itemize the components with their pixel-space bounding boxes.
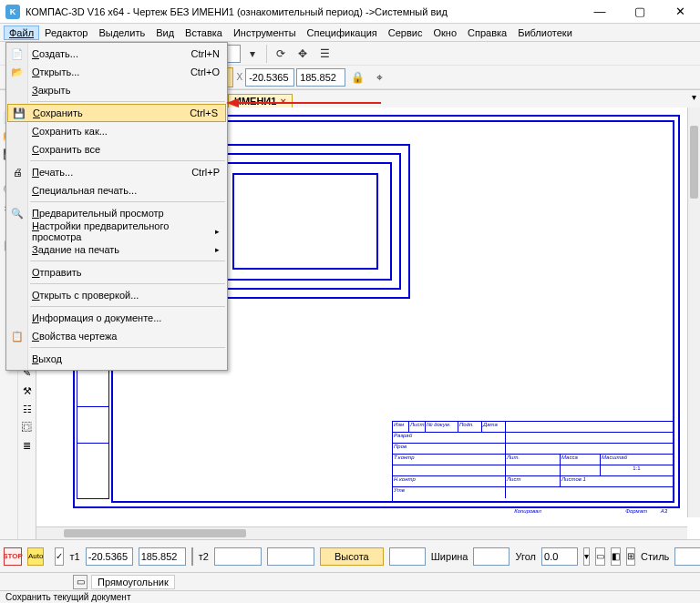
titlebar: K КОМПАС-3D V16 x64 - Чертеж БЕЗ ИМЕНИ1 … bbox=[0, 0, 700, 24]
stop-button[interactable]: STOP bbox=[4, 547, 22, 566]
t2-toggle[interactable] bbox=[191, 547, 193, 566]
status-text: Сохранить текущий документ bbox=[5, 592, 130, 602]
vertical-scrollbar[interactable] bbox=[687, 107, 700, 517]
property-bar: STOP Auto ✓ т1 т2 Ширина Угол ▾ ▭ ◧ ⊞ Ст… bbox=[0, 539, 700, 572]
menu-tools[interactable]: Инструменты bbox=[228, 26, 302, 40]
tree-icon[interactable]: ☰ bbox=[314, 44, 335, 64]
menu-item-icon: 🖨 bbox=[10, 165, 25, 179]
dropdown-icon[interactable]: ▾ bbox=[242, 44, 262, 64]
minimize-button[interactable]: — bbox=[580, 0, 620, 24]
window-title: КОМПАС-3D V16 x64 - Чертеж БЕЗ ИМЕНИ1 (о… bbox=[26, 6, 580, 17]
menu-help[interactable]: Справка bbox=[462, 26, 512, 40]
views-tool-icon[interactable]: ⿴ bbox=[19, 419, 36, 435]
menu-item-shortcut: Ctrl+N bbox=[191, 48, 220, 59]
stamp-copy-label: Копировал bbox=[514, 508, 541, 514]
menu-select[interactable]: Выделить bbox=[93, 26, 150, 40]
submenu-arrow-icon: ▸ bbox=[215, 245, 220, 254]
menu-item-icon: 💾 bbox=[12, 106, 26, 120]
menu-item-label: Настройки предварительного просмотра bbox=[32, 220, 215, 242]
t1-x-input[interactable] bbox=[86, 547, 133, 566]
t2-label: т2 bbox=[199, 551, 209, 562]
menu-item-shortcut: Ctrl+S bbox=[190, 107, 218, 118]
angle-label: Угол bbox=[515, 551, 536, 562]
file-menu-dropdown: 📄Создать...Ctrl+N📂Открыть...Ctrl+OЗакрыт… bbox=[5, 42, 228, 371]
t2-y-input[interactable] bbox=[267, 547, 314, 566]
style-input[interactable] bbox=[674, 547, 700, 566]
menu-item-label: Свойства чертежа bbox=[32, 331, 117, 342]
file-menu-item[interactable]: Закрыть bbox=[6, 81, 227, 99]
rect-mode-1-icon[interactable]: ▭ bbox=[595, 547, 605, 566]
menu-service[interactable]: Сервис bbox=[383, 26, 428, 40]
draw-mode-label[interactable]: Прямоугольник bbox=[91, 575, 175, 589]
width-input[interactable] bbox=[473, 547, 510, 566]
angle-dropdown[interactable]: ▾ bbox=[583, 547, 590, 566]
menu-item-label: Выход bbox=[32, 353, 62, 364]
file-menu-item[interactable]: 📄Создать...Ctrl+N bbox=[6, 45, 227, 63]
pan-icon[interactable]: ✥ bbox=[293, 44, 313, 64]
param-tool-icon[interactable]: ⚒ bbox=[19, 383, 36, 399]
t1-y-input[interactable] bbox=[139, 547, 186, 566]
file-menu-item[interactable]: 📂Открыть...Ctrl+O bbox=[6, 63, 227, 81]
file-menu-item[interactable]: Информация о документе... bbox=[6, 309, 227, 327]
layer-tool-icon[interactable]: ≣ bbox=[19, 437, 36, 454]
menu-item-shortcut: Ctrl+O bbox=[190, 66, 220, 77]
t2-x-input[interactable] bbox=[214, 547, 262, 566]
menu-item-icon: 📋 bbox=[10, 329, 25, 343]
file-menu-item[interactable]: 🔍Предварительный просмотр bbox=[6, 204, 227, 222]
menu-file[interactable]: Файл bbox=[4, 26, 39, 40]
menu-window[interactable]: Окно bbox=[427, 26, 462, 40]
menu-item-label: Специальная печать... bbox=[32, 185, 137, 196]
menu-item-icon: 📄 bbox=[10, 46, 25, 61]
menu-item-label: Создать... bbox=[32, 48, 78, 59]
coord-x-input[interactable] bbox=[245, 68, 294, 87]
file-menu-item[interactable]: 💾СохранитьCtrl+S bbox=[7, 104, 226, 122]
snap-icon[interactable]: ⌖ bbox=[369, 67, 389, 87]
auto-button[interactable]: Auto bbox=[27, 547, 44, 566]
height-input[interactable] bbox=[320, 547, 384, 566]
menu-item-icon: 🔍 bbox=[10, 206, 25, 220]
document-tab[interactable]: ИМЕНИ1 × bbox=[228, 94, 293, 107]
height-value-input[interactable] bbox=[389, 547, 426, 566]
horizontal-scrollbar[interactable] bbox=[36, 526, 687, 539]
menu-item-icon: 📂 bbox=[10, 65, 25, 79]
menu-separator bbox=[30, 261, 225, 261]
file-menu-item[interactable]: 🖨Печать...Ctrl+P bbox=[6, 163, 227, 181]
menu-separator bbox=[30, 347, 225, 348]
close-button[interactable]: ✕ bbox=[660, 0, 700, 24]
file-menu-item[interactable]: Сохранить как... bbox=[6, 122, 227, 140]
menu-view[interactable]: Вид bbox=[150, 26, 180, 40]
menu-item-label: Предварительный просмотр bbox=[32, 208, 164, 219]
file-menu-item[interactable]: Открыть с проверкой... bbox=[6, 286, 227, 304]
t1-toggle[interactable]: ✓ bbox=[55, 547, 64, 566]
tabstrip-dropdown-icon[interactable]: ▾ bbox=[692, 92, 696, 102]
menu-separator bbox=[30, 101, 225, 102]
menu-item-label: Сохранить все bbox=[32, 144, 100, 155]
stamp-format-value: А3 bbox=[661, 508, 667, 514]
title-block: ИзмЛист№ докум.Подп.Дата Разраб Пров Т.к… bbox=[392, 421, 674, 503]
file-menu-item[interactable]: Задание на печать▸ bbox=[6, 240, 227, 259]
tab-close-icon[interactable]: × bbox=[280, 96, 285, 107]
coord-y-input[interactable] bbox=[296, 68, 345, 87]
menu-edit[interactable]: Редактор bbox=[39, 26, 93, 40]
refresh-icon[interactable]: ⟳ bbox=[271, 44, 291, 64]
file-menu-item[interactable]: Выход bbox=[6, 350, 227, 368]
file-menu-item[interactable]: Специальная печать... bbox=[6, 181, 227, 199]
specs-tool-icon[interactable]: ☷ bbox=[19, 401, 36, 417]
rect-mode-3-icon[interactable]: ⊞ bbox=[626, 547, 635, 566]
menu-spec[interactable]: Спецификация bbox=[302, 26, 383, 40]
menu-libs[interactable]: Библиотеки bbox=[512, 26, 578, 40]
file-menu-item[interactable]: Отправить bbox=[6, 263, 227, 281]
file-menu-item[interactable]: Сохранить все bbox=[6, 140, 227, 158]
file-menu-item[interactable]: Настройки предварительного просмотра▸ bbox=[6, 222, 227, 240]
lock-icon[interactable]: 🔒 bbox=[347, 67, 367, 87]
menu-item-label: Информация о документе... bbox=[32, 312, 161, 323]
draw-mode-tabs: ▭ Прямоугольник bbox=[0, 572, 700, 590]
draw-mode-icon[interactable]: ▭ bbox=[73, 575, 88, 589]
maximize-button[interactable]: ▢ bbox=[620, 0, 660, 24]
menu-item-label: Печать... bbox=[32, 167, 73, 178]
menu-insert[interactable]: Вставка bbox=[180, 26, 228, 40]
rect-mode-2-icon[interactable]: ◧ bbox=[611, 547, 621, 566]
angle-input[interactable] bbox=[541, 547, 578, 566]
file-menu-item[interactable]: 📋Свойства чертежа bbox=[6, 327, 227, 345]
menu-item-label: Закрыть bbox=[32, 85, 70, 96]
